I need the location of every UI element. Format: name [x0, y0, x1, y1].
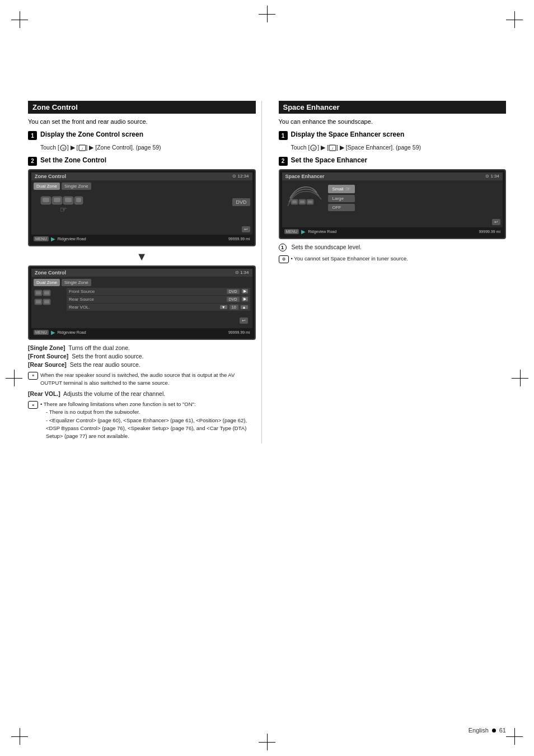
zone-menu-btn2: MENU [34, 330, 49, 335]
zone-row-rear: Rear Source DVD ▶ [67, 296, 250, 303]
space-enhancer-title: Space Enhancer [283, 103, 340, 111]
note-icon1: ≡ [28, 372, 38, 380]
zone-step2-num: 2 [28, 157, 37, 166]
zone-screen1: Zone Control ⊙ 12:34 Dual Zone Single Zo… [28, 169, 256, 246]
zone-nav-arrow2: ▶ [51, 329, 55, 335]
zone-vol-label: Rear VOL. [69, 305, 218, 310]
main-content: Zone Control You can set the front and r… [28, 101, 506, 444]
zone-screen1-inner: Zone Control ⊙ 12:34 Dual Zone Single Zo… [31, 172, 252, 243]
svg-rect-30 [308, 200, 312, 203]
se-options: Small ☞ Large OFF [326, 183, 357, 215]
svg-rect-11 [76, 198, 81, 202]
dual-zone-tab: Dual Zone [34, 183, 60, 190]
zone-term-vol: [Rear VOL.] Adjusts the volume of the re… [28, 390, 256, 397]
svg-rect-9 [65, 198, 72, 202]
se-nav-arrow: ▶ [301, 228, 306, 235]
zone-step2-header: 2 Set the Zone Control [28, 156, 256, 166]
zone-term-front: [Front Source] Sets the front audio sour… [28, 353, 256, 360]
zone-step1-title: Display the Zone Control screen [40, 130, 143, 138]
zone-control-title: Zone Control [32, 103, 78, 111]
se-opt-off: OFF [328, 204, 355, 211]
zone-front-arr: ▶ [242, 289, 248, 293]
se-speaker-area [284, 183, 324, 215]
single-zone-tab2: Single Zone [62, 279, 91, 286]
se-screen-bottom: MENU ▶ Ridgeview Road 99999.99 mi [282, 227, 503, 236]
se-step1-header: 1 Display the Space Enhancer screen [279, 130, 507, 140]
zone-road2: Ridgeview Road [58, 330, 226, 334]
zone-note2-dash2: <Equalizer Control> (page 60), <Space En… [40, 417, 256, 441]
se-step2-title: Set the Space Enhancer [291, 156, 368, 164]
space-enhancer-section: Space Enhancer You can enhance the sound… [273, 101, 507, 444]
zone-screen1-tabs-area: Dual Zone Single Zone [34, 183, 91, 222]
dvd-label: DVD [232, 198, 250, 206]
se-screen: Space Enhancer ⊙ 1:34 [279, 169, 507, 239]
svg-rect-7 [54, 198, 60, 202]
dual-zone-tab2: Dual Zone [34, 279, 60, 286]
svg-text:⊕: ⊕ [62, 147, 64, 150]
se-step1-num: 1 [279, 131, 288, 140]
zone-row-front: Front Source DVD ▶ [67, 288, 250, 295]
svg-rect-28 [300, 200, 305, 203]
zone-screen1-bar: Zone Control ⊙ 12:34 [31, 172, 252, 180]
svg-rect-26 [292, 200, 297, 203]
zone-note2: ≡ • There are following limitations when… [28, 400, 256, 440]
zone-note1: ≡ When the rear speaker sound is switche… [28, 371, 256, 388]
se-back-btn-area: ↩ [282, 217, 503, 226]
se-opt-small: Small ☞ [328, 185, 355, 193]
se-odometer: 99999.99 mi [479, 230, 500, 234]
se-screen-bar: Space Enhancer ⊙ 1:34 [282, 172, 503, 180]
svg-text:⊕: ⊕ [312, 147, 315, 150]
zone-screen1-title: Zone Control [35, 174, 66, 179]
se-menu-btn: MENU [284, 229, 299, 234]
se-note2-text: • You cannot set Space Enhancer in tuner… [291, 255, 408, 263]
svg-rect-5 [43, 198, 49, 202]
term-single-label: [Single Zone] [28, 344, 65, 351]
page-container: Zone Control You can set the front and r… [0, 0, 534, 756]
back-btn1: ↩ [242, 226, 250, 232]
zone-screen2-body: Front Source DVD ▶ Rear Source DVD ▶ [34, 288, 250, 315]
term-vol-label: [Rear VOL.] [28, 390, 60, 397]
zone-screen1-bottom: MENU ▶ Ridgeview Road 99999.99 mi [31, 235, 252, 243]
zone-note2-dash1: There is no output from the subwoofer. [40, 408, 256, 416]
zone-front-val: DVD [227, 289, 240, 294]
zone-screen2-content: Dual Zone Single Zone [31, 277, 252, 327]
se-screen-title: Space Enhancer [285, 174, 325, 179]
zone-table: Front Source DVD ▶ Rear Source DVD ▶ [67, 288, 250, 315]
back-btn-area1: ↩ [31, 225, 252, 234]
zone-screen1-content: Dual Zone Single Zone [31, 180, 252, 225]
se-note-icon: ⊙ [279, 255, 289, 263]
page-footer: English 61 [469, 727, 506, 734]
back-btn-area2: ↩ [34, 315, 250, 325]
zone-screen2-bar: Zone Control ⊙ 1:34 [31, 269, 252, 277]
page-dot [492, 729, 496, 732]
svg-text:☞: ☞ [60, 205, 67, 214]
se-note2: ⊙ • You cannot set Space Enhancer in tun… [279, 255, 507, 263]
se-note1: 1 Sets the soundscape level. [279, 244, 507, 251]
zone-term-single: [Single Zone] Turns off the dual zone. [28, 344, 256, 351]
svg-text:♪: ♪ [331, 146, 334, 150]
term-front-label: [Front Source] [28, 353, 68, 360]
zone-step2-title: Set the Zone Control [40, 156, 106, 164]
zone-row-vol: Rear VOL. ▼ 10 ▲ [67, 304, 250, 311]
page-language: English [469, 727, 489, 734]
page-number: 61 [499, 727, 506, 734]
back-btn2: ↩ [240, 318, 248, 324]
zone-vol-up: ▲ [241, 305, 248, 309]
zone-rear-label: Rear Source [69, 297, 224, 302]
svg-rect-20 [44, 300, 49, 304]
zone-road1: Ridgeview Road [58, 237, 226, 241]
zone-note2-content: • There are following limitations when z… [40, 400, 256, 440]
se-step1-title: Display the Space Enhancer screen [291, 130, 405, 138]
zone-screen1-time: ⊙ 12:34 [232, 174, 249, 179]
se-screen-time: ⊙ 1:34 [485, 174, 499, 179]
zone-control-header: Zone Control [28, 101, 256, 114]
zone-terms: [Single Zone] Turns off the dual zone. [… [28, 344, 256, 368]
se-road: Ridgeview Road [308, 230, 476, 234]
zone-tab-row2: Dual Zone Single Zone [34, 279, 250, 286]
zone-screen2-bottom: MENU ▶ Ridgeview Road 99999.99 mi [31, 328, 252, 337]
se-note1-num: 1 [279, 244, 287, 251]
zone-step1-header: 1 Display the Zone Control screen [28, 130, 256, 140]
se-step2-num: 2 [279, 157, 288, 166]
speaker-svg2 [34, 288, 64, 313]
se-cursor: ☞ [345, 186, 350, 192]
